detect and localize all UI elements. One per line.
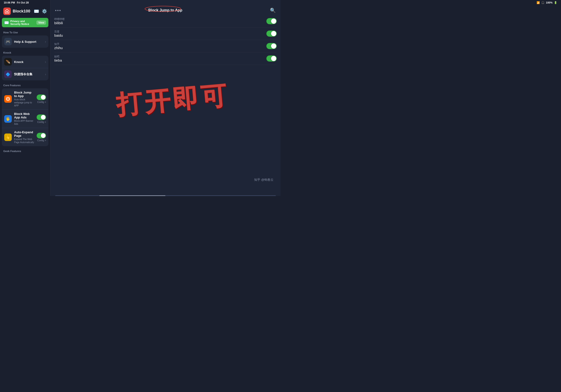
- notice-envelope-icon: ✉️: [4, 21, 9, 25]
- status-bar-left: 10:06 PM Fri Oct 28: [4, 1, 29, 4]
- dots-menu[interactable]: [55, 10, 61, 11]
- dot-3: [59, 10, 61, 11]
- auto-expand-icon: 👆: [4, 133, 12, 141]
- search-button[interactable]: 🔍: [270, 8, 276, 13]
- app-title: Block100: [13, 9, 30, 14]
- app-row-baidu: 百度 baidu: [54, 28, 277, 40]
- core-features-card: Block Jump to App Auto-block webpage jum…: [2, 88, 48, 146]
- notice-text: Privacy and Security Notice: [10, 20, 35, 25]
- app-logo: Block100: [3, 8, 30, 15]
- auto-expand-title: Auto-Expand Page: [14, 131, 34, 138]
- scroll-thumb[interactable]: [99, 195, 166, 196]
- app-toggle-zhihu[interactable]: [266, 43, 277, 49]
- scroll-indicator: [55, 195, 276, 196]
- block-web-ads-icon: 🖐️: [4, 115, 12, 123]
- app-row-bilibili: 哔哩哔哩 bilibili: [54, 15, 277, 28]
- sidebar: Block100 ✉️ ⚙️ ✉️ Privacy and Security N…: [0, 0, 51, 196]
- status-date: Fri Oct 28: [17, 1, 29, 4]
- knock-title: Knock: [14, 60, 43, 64]
- mail-icon[interactable]: ✉️: [34, 9, 39, 14]
- app-chinese-2: 知乎: [54, 42, 266, 46]
- main-page-title-container: Block Jump to App: [148, 8, 182, 12]
- block-web-ads-config[interactable]: Config >: [37, 121, 46, 123]
- shortcuts-chevron: ›: [45, 72, 46, 76]
- section-how-to-use: How To Use: [0, 28, 50, 35]
- block-jump-title: Block Jump to App: [14, 91, 34, 98]
- how-to-use-card: 🎮 Help & Support ›: [2, 35, 48, 48]
- app-name-2: zhihu: [54, 46, 266, 50]
- block-web-ads-item[interactable]: 🖐️ Block Web App Ads Block APP Banner Ad…: [2, 109, 48, 128]
- main-top-bar: Block Jump to App 🔍: [51, 5, 280, 15]
- help-title: Help & Support: [14, 40, 43, 44]
- app-chinese-1: 百度: [54, 30, 266, 33]
- settings-icon[interactable]: ⚙️: [42, 9, 47, 14]
- knock-card: 🪶 Knock › 🔷 快捷指令合集 ›: [2, 56, 48, 80]
- block-jump-subtitle: Auto-block webpage jump to APP: [14, 98, 34, 107]
- help-support-item[interactable]: 🎮 Help & Support ›: [2, 35, 48, 48]
- logo-icon: [3, 8, 11, 15]
- app-row-tieba: 贴吧 tieba: [54, 52, 277, 65]
- auto-expand-subtitle: Expand The Web Page Automatically: [14, 138, 34, 144]
- knock-icon: 🪶: [4, 58, 12, 65]
- dot-2: [57, 10, 58, 11]
- shortcuts-title: 快捷指令合集: [14, 72, 43, 76]
- app-chinese-0: 哔哩哔哩: [54, 17, 266, 21]
- notice-view-button[interactable]: View: [36, 21, 46, 25]
- help-icon: 🎮: [4, 38, 12, 45]
- section-knock: Knock: [0, 48, 50, 55]
- block-web-ads-subtitle: Block APP Banner Ads: [14, 120, 34, 126]
- knock-chevron: ›: [45, 60, 46, 64]
- block-web-ads-toggle[interactable]: [37, 114, 46, 120]
- svg-point-1: [6, 11, 8, 12]
- header-actions: ✉️ ⚙️: [34, 9, 47, 14]
- app-toggle-bilibili[interactable]: [266, 18, 277, 24]
- app-name-0: bilibili: [54, 21, 266, 25]
- app-toggle-tieba[interactable]: [266, 55, 277, 62]
- sidebar-header: Block100 ✉️ ⚙️: [0, 5, 50, 17]
- dot-1: [55, 10, 56, 11]
- main-content: Block Jump to App 🔍 哔哩哔哩 bilibili 百度 bai…: [51, 0, 280, 196]
- block-jump-toggle[interactable]: [37, 95, 46, 100]
- section-geek-features: Geek Features: [0, 147, 50, 153]
- block-jump-item[interactable]: Block Jump to App Auto-block webpage jum…: [2, 88, 48, 109]
- notice-banner[interactable]: ✉️ Privacy and Security Notice View: [2, 18, 48, 27]
- app-chinese-3: 贴吧: [54, 55, 266, 58]
- status-bar: 10:06 PM Fri Oct 28 📶 🎧 100% 🔋: [0, 0, 280, 5]
- app-name-3: tieba: [54, 58, 266, 62]
- app-toggle-baidu[interactable]: [266, 31, 277, 37]
- shortcuts-icon: 🔷: [4, 70, 12, 78]
- section-core-features: Core Features: [0, 81, 50, 88]
- app-name-1: baidu: [54, 33, 266, 37]
- app-list: 哔哩哔哩 bilibili 百度 baidu 知乎 zhihu 贴吧 tieba: [51, 15, 280, 195]
- block-web-ads-title: Block Web App Ads: [14, 112, 34, 119]
- shortcuts-item[interactable]: 🔷 快捷指令合集 ›: [2, 68, 48, 80]
- app-row-zhihu: 知乎 zhihu: [54, 40, 277, 52]
- attribution: 知乎 @钩卷云: [254, 178, 273, 182]
- attribution-text: 知乎 @钩卷云: [254, 178, 273, 181]
- block-jump-config[interactable]: Config >: [37, 101, 46, 103]
- auto-expand-item[interactable]: 👆 Auto-Expand Page Expand The Web Page A…: [2, 128, 48, 146]
- status-time: 10:06 PM: [4, 1, 15, 4]
- auto-expand-config[interactable]: Config >: [37, 139, 46, 142]
- main-page-title: Block Jump to App: [148, 8, 182, 12]
- auto-expand-toggle[interactable]: [37, 133, 46, 138]
- help-chevron: ›: [45, 40, 46, 44]
- block-jump-icon: [4, 95, 12, 103]
- knock-item[interactable]: 🪶 Knock ›: [2, 56, 48, 68]
